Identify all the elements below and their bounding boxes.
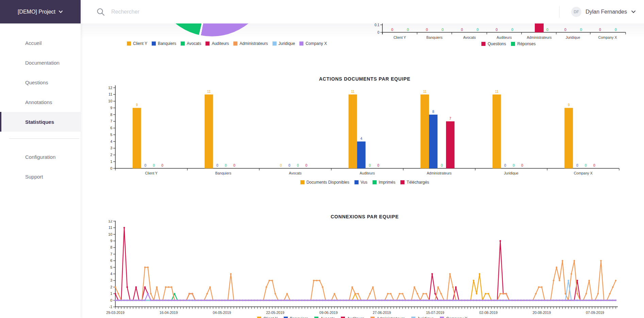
legend-label: Documents Disponibles	[307, 180, 349, 185]
svg-text:0: 0	[110, 298, 112, 302]
svg-text:0: 0	[110, 166, 112, 170]
svg-text:0: 0	[580, 28, 582, 32]
project-selector-label: [DEMO] Project	[18, 9, 55, 15]
legend-label: Company X	[446, 316, 467, 318]
svg-text:0: 0	[513, 164, 515, 167]
legend-item-banquiers[interactable]: Banquiers	[284, 316, 308, 318]
svg-text:Auditeurs: Auditeurs	[497, 35, 512, 39]
sidebar-item-label: Questions	[25, 80, 48, 85]
sidebar-item-support[interactable]: Support	[0, 167, 81, 186]
sidebar-nav-secondary: ConfigurationSupport	[0, 144, 81, 186]
legend-label: Téléchargés	[407, 180, 429, 185]
sidebar-item-configuration[interactable]: Configuration	[0, 147, 81, 167]
svg-text:11: 11	[495, 90, 499, 94]
svg-text:02-08-2019: 02-08-2019	[479, 311, 498, 315]
legend-swatch	[411, 317, 415, 318]
legend-item-auditeurs[interactable]: Auditeurs	[205, 41, 229, 46]
project-selector[interactable]: [DEMO] Project	[0, 0, 81, 23]
sidebar-item-questions[interactable]: Questions	[0, 72, 81, 92]
legend-item-company-x[interactable]: Company X	[299, 41, 327, 46]
svg-text:0: 0	[546, 28, 548, 32]
legend-swatch	[400, 180, 404, 184]
sidebar-item-annotations[interactable]: Annotations	[0, 92, 81, 112]
svg-text:Client Y: Client Y	[394, 35, 406, 39]
svg-text:12: 12	[108, 86, 112, 90]
svg-text:4: 4	[110, 139, 112, 144]
legend-item-administrateurs[interactable]: Administrateurs	[370, 316, 405, 318]
svg-text:-1: -1	[109, 305, 112, 309]
svg-text:4: 4	[110, 272, 112, 276]
legend-label: Avocats	[320, 316, 335, 318]
svg-text:0: 0	[426, 28, 428, 32]
svg-text:0: 0	[461, 28, 463, 32]
legend-item-avocats[interactable]: Avocats	[181, 41, 201, 46]
legend-label: Juridique	[279, 41, 295, 46]
headset-icon	[11, 172, 19, 181]
topbar: DF Dylan Fernandes	[81, 0, 644, 23]
legend-swatch	[511, 42, 515, 46]
svg-text:0: 0	[477, 28, 479, 32]
svg-text:04-05-2019: 04-05-2019	[213, 311, 231, 315]
svg-text:0: 0	[145, 164, 147, 167]
legend-item-reponses[interactable]: Réponses	[511, 41, 535, 46]
legend-item-client-y[interactable]: Client Y	[257, 316, 278, 318]
svg-text:4: 4	[360, 137, 362, 140]
svg-text:10: 10	[108, 99, 112, 103]
legend-item-documents-disponibles[interactable]: Documents Disponibles	[300, 180, 349, 185]
svg-text:11: 11	[109, 92, 112, 96]
legend-item-imprimes[interactable]: Imprimés	[373, 180, 395, 185]
svg-text:0: 0	[441, 164, 443, 167]
legend-item-vus[interactable]: Vus	[354, 180, 367, 185]
svg-text:10: 10	[108, 232, 112, 236]
search-icon	[96, 7, 105, 16]
svg-text:Company X: Company X	[574, 171, 593, 175]
svg-text:Client Y: Client Y	[145, 171, 158, 175]
svg-text:09-06-2019: 09-06-2019	[319, 311, 338, 315]
sidebar-item-label: Support	[25, 174, 43, 180]
legend-item-juridique[interactable]: Juridique	[273, 41, 295, 46]
svg-text:0: 0	[288, 164, 291, 167]
legend-label: Administrateurs	[377, 316, 405, 318]
avatar: DF	[571, 7, 581, 17]
home-icon	[11, 38, 19, 48]
legend-label: Auditeurs	[212, 41, 229, 46]
user-menu[interactable]: DF Dylan Fernandes	[559, 6, 644, 18]
legend-item-auditeurs[interactable]: Auditeurs	[341, 316, 364, 318]
svg-text:0: 0	[496, 28, 498, 32]
legend-item-client-y[interactable]: Client Y	[127, 41, 147, 46]
legend-swatch	[481, 42, 485, 46]
legend-item-questions[interactable]: Questions	[481, 41, 506, 46]
legend-item-administrateurs[interactable]: Administrateurs	[233, 41, 268, 46]
legend-label: Banquiers	[290, 316, 308, 318]
legend-item-avocats[interactable]: Avocats	[314, 316, 335, 318]
svg-text:0: 0	[504, 164, 506, 167]
actions-documents-chart: 0123456789101112Client Y9000Banquiers110…	[104, 84, 625, 179]
chevron-down-icon	[631, 10, 636, 13]
svg-text:2: 2	[110, 285, 112, 289]
sidebar-item-accueil[interactable]: Accueil	[0, 33, 81, 53]
legend-item-banquiers[interactable]: Banquiers	[152, 41, 176, 46]
sidebar-item-label: Documentation	[25, 60, 60, 66]
legend-swatch	[300, 180, 304, 184]
legend-label: Avocats	[187, 41, 201, 46]
legend-swatch	[273, 41, 277, 46]
svg-text:22-05-2019: 22-05-2019	[266, 311, 284, 315]
legend-label: Client Y	[263, 316, 278, 318]
legend-item-company-x[interactable]: Company X	[440, 316, 467, 318]
svg-text:07-09-2019: 07-09-2019	[586, 311, 604, 315]
svg-text:7: 7	[110, 119, 112, 123]
connexions-chart-title: CONNEXIONS PAR EQUIPE	[99, 214, 630, 219]
svg-text:6: 6	[110, 126, 112, 130]
sidebar-item-documentation[interactable]: Documentation	[0, 53, 81, 72]
svg-text:29-03-2019: 29-03-2019	[106, 311, 125, 315]
svg-text:0: 0	[233, 164, 235, 167]
svg-text:9: 9	[110, 239, 112, 243]
search-input[interactable]	[111, 9, 281, 15]
sidebar-item-statistiques[interactable]: Statistiques	[0, 112, 81, 132]
svg-text:Company X: Company X	[598, 35, 617, 39]
legend-swatch	[205, 41, 210, 46]
legend-item-telecharges[interactable]: Téléchargés	[400, 180, 429, 185]
legend-item-juridique[interactable]: Juridique	[411, 316, 434, 318]
legend-swatch	[354, 180, 359, 184]
svg-text:3: 3	[110, 146, 112, 150]
